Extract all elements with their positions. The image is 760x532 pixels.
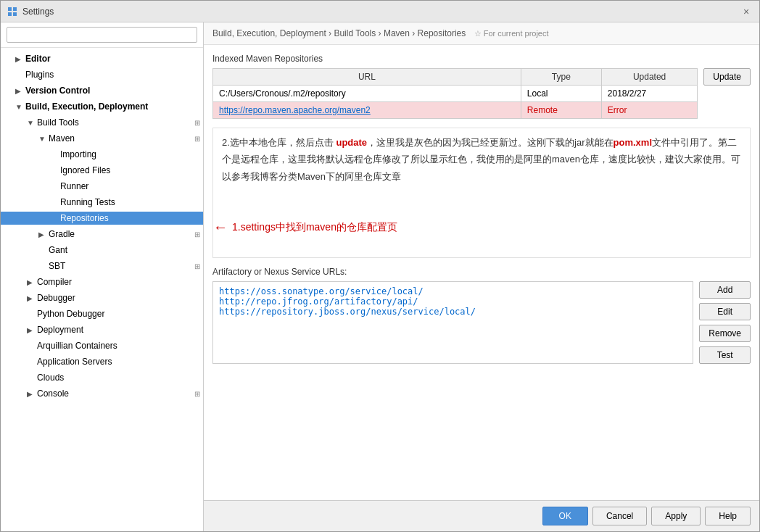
expand-icon — [27, 326, 37, 334]
artifactory-buttons: Add Edit Remove Test — [699, 281, 751, 364]
sidebar-item-deployment[interactable]: Deployment — [1, 323, 203, 336]
col-updated: Updated — [601, 69, 697, 86]
ext-icon: ⊞ — [194, 262, 200, 270]
svg-rect-1 — [13, 7, 17, 11]
repo-type-local: Local — [521, 86, 601, 102]
close-button[interactable]: × — [739, 4, 753, 19]
svg-rect-3 — [13, 12, 17, 16]
table-row[interactable]: C:/Users/Cronous/.m2/repository Local 20… — [213, 86, 698, 102]
right-panel: Build, Execution, Deployment › Build Too… — [204, 22, 759, 531]
tree-item-sbt: SBT ⊞ — [1, 258, 203, 274]
tree-item-ignored-files: Ignored Files — [1, 162, 203, 178]
sidebar-item-running-tests[interactable]: Running Tests — [1, 196, 203, 209]
search-input[interactable] — [7, 27, 197, 43]
expand-icon — [27, 390, 37, 398]
sidebar-item-gradle[interactable]: Gradle ⊞ — [1, 228, 203, 241]
sidebar-item-python-debugger[interactable]: Python Debugger — [1, 307, 203, 320]
sidebar-item-ignored-files[interactable]: Ignored Files — [1, 164, 203, 177]
update-btn-wrapper: Update — [703, 68, 751, 119]
annotation-text-part1: 2.选中本地仓库，然后点击 — [222, 137, 336, 148]
tree-item-maven: Maven ⊞ — [1, 130, 203, 146]
edit-button[interactable]: Edit — [699, 303, 751, 320]
sidebar-item-sbt[interactable]: SBT ⊞ — [1, 259, 203, 273]
sidebar-item-version-control[interactable]: Version Control — [1, 84, 203, 97]
annotation-area: 2.选中本地仓库，然后点击 update，这里我是灰色的因为我已经更新过。这刚下… — [212, 128, 751, 258]
col-type: Type — [521, 69, 601, 86]
remove-button[interactable]: Remove — [699, 325, 751, 342]
tree-item-arquillian: Arquillian Containers — [1, 338, 203, 354]
sidebar-item-gant[interactable]: Gant — [1, 244, 203, 257]
expand-icon — [27, 278, 37, 286]
sidebar-item-app-servers[interactable]: Application Servers — [1, 355, 203, 368]
tree-item-compiler: Compiler — [1, 274, 203, 290]
tree-item-console: Console ⊞ — [1, 386, 203, 402]
tree-container: Editor Plugins Version C — [1, 48, 203, 531]
annotation-text: 2.选中本地仓库，然后点击 update，这里我是灰色的因为我已经更新过。这刚下… — [222, 134, 741, 185]
tree-item-gant: Gant — [1, 242, 203, 258]
apply-button[interactable]: Apply — [651, 507, 701, 525]
expand-icon — [15, 55, 25, 63]
ext-icon: ⊞ — [194, 230, 200, 238]
repo-updated-remote: Error — [601, 102, 697, 119]
annotation-update-bold: update — [336, 137, 367, 148]
svg-rect-2 — [8, 12, 12, 16]
window-title: Settings — [22, 7, 739, 17]
expand-icon — [27, 119, 37, 127]
sidebar-item-plugins[interactable]: Plugins — [1, 68, 203, 81]
title-bar: Settings × — [1, 1, 759, 22]
search-box — [1, 22, 203, 48]
tree-item-plugins: Plugins — [1, 67, 203, 83]
sidebar: Editor Plugins Version C — [1, 22, 204, 531]
tree-item-build-tools: Build Tools ⊞ — [1, 115, 203, 130]
sidebar-item-repositories[interactable]: Repositories — [1, 212, 203, 225]
svg-rect-0 — [8, 7, 12, 11]
tree-item-python-debugger: Python Debugger — [1, 306, 203, 322]
artifactory-urls-textarea[interactable]: https://oss.sonatype.org/service/local/ … — [212, 281, 693, 364]
sidebar-item-editor[interactable]: Editor — [1, 52, 203, 65]
bottom-bar: OK Cancel Apply Help — [204, 500, 759, 531]
arrow-icon: ← — [213, 219, 228, 236]
test-button[interactable]: Test — [699, 346, 751, 364]
repos-title: Indexed Maven Repositories — [212, 54, 751, 64]
breadcrumb-path: Build, Execution, Deployment › Build Too… — [212, 28, 466, 38]
update-button[interactable]: Update — [703, 68, 751, 86]
artifactory-label: Artifactory or Nexus Service URLs: — [212, 267, 751, 277]
settings-window: Settings × Editor — [0, 0, 760, 532]
sidebar-item-maven[interactable]: Maven ⊞ — [1, 132, 203, 145]
tree-item-repositories: Repositories — [1, 210, 203, 226]
annotation-pom-bold: pom.xml — [614, 137, 652, 148]
panel-content: Indexed Maven Repositories URL Type Upda… — [204, 45, 759, 500]
sidebar-item-build-execution[interactable]: Build, Execution, Deployment — [1, 100, 203, 113]
expand-icon — [38, 230, 49, 238]
repo-url-remote: https://repo.maven.apache.org/maven2 — [213, 102, 521, 119]
ext-icon: ⊞ — [194, 119, 200, 127]
tree-item-debugger: Debugger — [1, 290, 203, 306]
ext-icon: ⊞ — [194, 135, 200, 143]
sidebar-item-arquillian[interactable]: Arquillian Containers — [1, 339, 203, 352]
tree-item-gradle: Gradle ⊞ — [1, 226, 203, 242]
sidebar-item-debugger[interactable]: Debugger — [1, 291, 203, 304]
col-url: URL — [213, 69, 521, 86]
cancel-button[interactable]: Cancel — [592, 507, 647, 525]
sidebar-item-console[interactable]: Console ⊞ — [1, 387, 203, 400]
tree-item-importing: Importing — [1, 146, 203, 162]
app-icon — [7, 6, 18, 17]
sidebar-item-build-tools[interactable]: Build Tools ⊞ — [1, 116, 203, 129]
help-button[interactable]: Help — [705, 507, 751, 525]
sidebar-item-compiler[interactable]: Compiler — [1, 275, 203, 288]
table-row[interactable]: https://repo.maven.apache.org/maven2 Rem… — [213, 102, 698, 119]
tree-item-editor: Editor — [1, 51, 203, 67]
tree-item-app-servers: Application Servers — [1, 354, 203, 370]
repo-table: URL Type Updated C:/Users/Cronous/.m2/re… — [212, 68, 698, 119]
ext-icon: ⊞ — [194, 390, 200, 398]
tree-item-clouds: Clouds — [1, 370, 203, 386]
tree-item-deployment: Deployment — [1, 322, 203, 338]
sidebar-item-clouds[interactable]: Clouds — [1, 371, 203, 384]
sidebar-item-importing[interactable]: Importing — [1, 148, 203, 161]
breadcrumb: Build, Execution, Deployment › Build Too… — [204, 22, 759, 45]
add-button[interactable]: Add — [699, 281, 751, 299]
sidebar-item-runner[interactable]: Runner — [1, 180, 203, 193]
tree-item-version-control: Version Control — [1, 83, 203, 99]
arrow-text: 1.settings中找到maven的仓库配置页 — [232, 221, 397, 234]
ok-button[interactable]: OK — [542, 507, 588, 525]
